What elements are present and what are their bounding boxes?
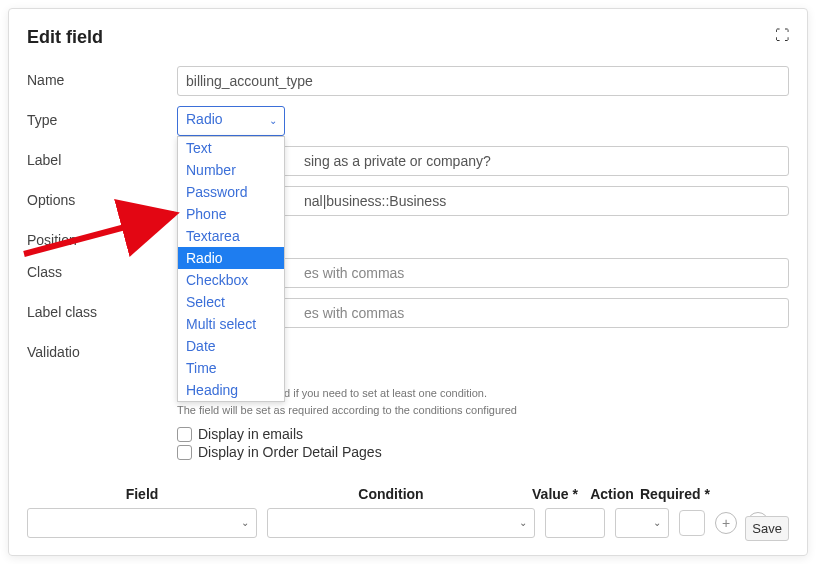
row-options: Options [27,186,789,216]
label-class: Class [27,258,177,280]
type-option-date[interactable]: Date [178,335,284,357]
cond-header-field: Field [27,486,257,502]
type-option-number[interactable]: Number [178,159,284,181]
chevron-down-icon: ⌄ [653,517,661,528]
row-class: Class [27,258,789,288]
edit-field-modal: Edit field ⛶ Name Type Radio ⌄ Text Numb… [8,8,808,556]
label-type: Type [27,106,177,128]
type-option-multiselect[interactable]: Multi select [178,313,284,335]
type-option-time[interactable]: Time [178,357,284,379]
row-labelclass: Label class [27,298,789,328]
display-emails-checkbox[interactable] [177,427,192,442]
cond-value-input[interactable] [545,508,605,538]
cond-action-select[interactable]: ⌄ [615,508,669,538]
cond-header-condition: Condition [257,486,525,502]
add-condition-button[interactable]: + [715,512,737,534]
type-select-value: Radio [186,111,223,127]
display-orderdetail-checkbox[interactable] [177,445,192,460]
modal-title: Edit field [27,27,789,48]
chevron-down-icon: ⌄ [519,517,527,528]
cond-condition-select[interactable]: ⌄ [267,508,535,538]
plus-icon: + [722,515,730,531]
type-option-checkbox[interactable]: Checkbox [178,269,284,291]
cond-required-checkbox[interactable] [679,510,705,536]
cond-header-value: Value * [525,486,585,502]
condition-row: ⌄ ⌄ ⌄ + × [27,508,789,538]
label-validation: Validatio [27,338,177,360]
label-name: Name [27,66,177,88]
type-option-text[interactable]: Text [178,137,284,159]
label-position: Position [27,226,177,248]
expand-icon[interactable]: ⛶ [775,27,789,41]
row-label: Label [27,146,789,176]
cond-header-action: Action [585,486,639,502]
display-orderdetail-label: Display in Order Detail Pages [198,444,382,460]
display-emails-label: Display in emails [198,426,303,442]
row-position: Position [27,226,789,256]
type-option-password[interactable]: Password [178,181,284,203]
row-name: Name [27,66,789,96]
row-required: Required Please keep it disabled if you … [27,366,789,462]
save-button[interactable]: Save [745,516,789,541]
label-labelclass: Label class [27,298,177,320]
row-validation: Validatio ⌄ [27,338,789,368]
required-helper-2: The field will be set as required accord… [177,403,789,418]
name-input[interactable] [177,66,789,96]
cond-field-select[interactable]: ⌄ [27,508,257,538]
cond-header-required: Required * [639,486,711,502]
type-option-phone[interactable]: Phone [178,203,284,225]
label-options: Options [27,186,177,208]
type-option-select[interactable]: Select [178,291,284,313]
conditions-table: Field Condition Value * Action Required … [27,486,789,538]
row-type: Type Radio ⌄ Text Number Password Phone … [27,106,789,136]
type-option-textarea[interactable]: Textarea [178,225,284,247]
type-dropdown: Text Number Password Phone Textarea Radi… [177,136,285,402]
type-select[interactable]: Radio ⌄ [177,106,285,136]
chevron-down-icon: ⌄ [269,115,277,126]
label-label: Label [27,146,177,168]
type-option-heading[interactable]: Heading [178,379,284,401]
type-option-radio[interactable]: Radio [178,247,284,269]
chevron-down-icon: ⌄ [241,517,249,528]
